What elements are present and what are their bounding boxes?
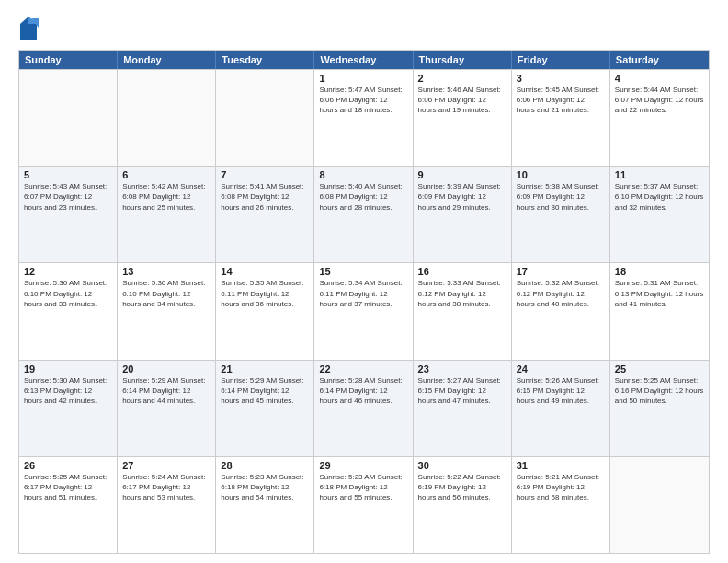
day-info: Sunrise: 5:29 AM Sunset: 6:14 PM Dayligh… bbox=[221, 375, 309, 407]
day-info: Sunrise: 5:38 AM Sunset: 6:09 PM Dayligh… bbox=[517, 181, 605, 213]
day-info: Sunrise: 5:25 AM Sunset: 6:17 PM Dayligh… bbox=[24, 472, 112, 503]
day-info: Sunrise: 5:25 AM Sunset: 6:16 PM Dayligh… bbox=[615, 375, 704, 407]
day-info: Sunrise: 5:22 AM Sunset: 6:19 PM Dayligh… bbox=[418, 472, 506, 503]
day-cell-26: 26Sunrise: 5:25 AM Sunset: 6:17 PM Dayli… bbox=[19, 457, 118, 553]
day-info: Sunrise: 5:28 AM Sunset: 6:14 PM Dayligh… bbox=[319, 375, 407, 407]
day-number: 11 bbox=[615, 169, 704, 180]
day-info: Sunrise: 5:32 AM Sunset: 6:12 PM Dayligh… bbox=[517, 278, 605, 309]
day-info: Sunrise: 5:36 AM Sunset: 6:10 PM Dayligh… bbox=[122, 278, 210, 309]
day-info: Sunrise: 5:33 AM Sunset: 6:12 PM Dayligh… bbox=[418, 278, 506, 309]
day-cell-12: 12Sunrise: 5:36 AM Sunset: 6:10 PM Dayli… bbox=[19, 263, 118, 359]
day-cell-2: 2Sunrise: 5:46 AM Sunset: 6:06 PM Daylig… bbox=[414, 70, 512, 166]
day-number: 27 bbox=[122, 460, 210, 471]
day-number: 31 bbox=[517, 460, 605, 471]
calendar: SundayMondayTuesdayWednesdayThursdayFrid… bbox=[18, 50, 710, 554]
cal-row: 12Sunrise: 5:36 AM Sunset: 6:10 PM Dayli… bbox=[19, 262, 709, 359]
day-cell-23: 23Sunrise: 5:27 AM Sunset: 6:15 PM Dayli… bbox=[414, 361, 512, 456]
day-number: 6 bbox=[122, 169, 210, 180]
day-info: Sunrise: 5:26 AM Sunset: 6:15 PM Dayligh… bbox=[517, 375, 605, 407]
day-cell-31: 31Sunrise: 5:21 AM Sunset: 6:19 PM Dayli… bbox=[512, 457, 610, 553]
header-cell-tuesday: Tuesday bbox=[216, 51, 314, 69]
day-cell-30: 30Sunrise: 5:22 AM Sunset: 6:19 PM Dayli… bbox=[414, 457, 512, 553]
day-cell-21: 21Sunrise: 5:29 AM Sunset: 6:14 PM Dayli… bbox=[216, 361, 314, 456]
day-info: Sunrise: 5:46 AM Sunset: 6:06 PM Dayligh… bbox=[418, 85, 506, 116]
page: SundayMondayTuesdayWednesdayThursdayFrid… bbox=[0, 0, 728, 563]
day-info: Sunrise: 5:44 AM Sunset: 6:07 PM Dayligh… bbox=[615, 85, 704, 116]
cal-row: 19Sunrise: 5:30 AM Sunset: 6:13 PM Dayli… bbox=[19, 360, 709, 456]
header-cell-wednesday: Wednesday bbox=[314, 51, 413, 69]
day-number: 24 bbox=[517, 363, 605, 374]
header-cell-monday: Monday bbox=[118, 51, 216, 69]
day-cell-19: 19Sunrise: 5:30 AM Sunset: 6:13 PM Dayli… bbox=[19, 361, 118, 456]
day-info: Sunrise: 5:23 AM Sunset: 6:18 PM Dayligh… bbox=[221, 472, 309, 503]
day-number: 10 bbox=[517, 169, 605, 180]
cal-row: 5Sunrise: 5:43 AM Sunset: 6:07 PM Daylig… bbox=[19, 166, 709, 262]
day-cell-9: 9Sunrise: 5:39 AM Sunset: 6:09 PM Daylig… bbox=[414, 167, 512, 262]
day-cell-5: 5Sunrise: 5:43 AM Sunset: 6:07 PM Daylig… bbox=[19, 167, 118, 262]
header-cell-thursday: Thursday bbox=[414, 51, 512, 69]
day-cell-8: 8Sunrise: 5:40 AM Sunset: 6:08 PM Daylig… bbox=[314, 167, 413, 262]
day-info: Sunrise: 5:35 AM Sunset: 6:11 PM Dayligh… bbox=[221, 278, 309, 309]
day-cell-29: 29Sunrise: 5:23 AM Sunset: 6:18 PM Dayli… bbox=[314, 457, 413, 553]
day-number: 25 bbox=[615, 363, 704, 374]
day-info: Sunrise: 5:47 AM Sunset: 6:06 PM Dayligh… bbox=[319, 85, 407, 116]
empty-cell bbox=[216, 70, 314, 166]
day-info: Sunrise: 5:39 AM Sunset: 6:09 PM Dayligh… bbox=[418, 181, 506, 213]
day-cell-27: 27Sunrise: 5:24 AM Sunset: 6:17 PM Dayli… bbox=[118, 457, 216, 553]
day-number: 13 bbox=[122, 266, 210, 277]
empty-cell bbox=[118, 70, 216, 166]
day-number: 17 bbox=[517, 266, 605, 277]
day-info: Sunrise: 5:27 AM Sunset: 6:15 PM Dayligh… bbox=[418, 375, 506, 407]
header-cell-friday: Friday bbox=[512, 51, 610, 69]
day-cell-6: 6Sunrise: 5:42 AM Sunset: 6:08 PM Daylig… bbox=[118, 167, 216, 262]
day-number: 26 bbox=[24, 460, 112, 471]
day-cell-3: 3Sunrise: 5:45 AM Sunset: 6:06 PM Daylig… bbox=[512, 70, 610, 166]
day-cell-11: 11Sunrise: 5:37 AM Sunset: 6:10 PM Dayli… bbox=[610, 167, 709, 262]
cal-row: 1Sunrise: 5:47 AM Sunset: 6:06 PM Daylig… bbox=[19, 69, 709, 166]
day-info: Sunrise: 5:41 AM Sunset: 6:08 PM Dayligh… bbox=[221, 181, 309, 213]
day-cell-18: 18Sunrise: 5:31 AM Sunset: 6:13 PM Dayli… bbox=[610, 263, 709, 359]
day-cell-22: 22Sunrise: 5:28 AM Sunset: 6:14 PM Dayli… bbox=[314, 361, 413, 456]
day-number: 18 bbox=[615, 266, 704, 277]
day-info: Sunrise: 5:36 AM Sunset: 6:10 PM Dayligh… bbox=[24, 278, 112, 309]
day-number: 5 bbox=[24, 169, 112, 180]
day-number: 16 bbox=[418, 266, 506, 277]
day-info: Sunrise: 5:23 AM Sunset: 6:18 PM Dayligh… bbox=[319, 472, 407, 503]
empty-cell bbox=[19, 70, 118, 166]
header-cell-saturday: Saturday bbox=[610, 51, 709, 69]
day-number: 8 bbox=[319, 169, 407, 180]
day-number: 12 bbox=[24, 266, 112, 277]
day-number: 23 bbox=[418, 363, 506, 374]
day-info: Sunrise: 5:29 AM Sunset: 6:14 PM Dayligh… bbox=[122, 375, 210, 407]
day-number: 28 bbox=[221, 460, 309, 471]
day-info: Sunrise: 5:30 AM Sunset: 6:13 PM Dayligh… bbox=[24, 375, 112, 407]
logo bbox=[18, 15, 42, 42]
day-info: Sunrise: 5:34 AM Sunset: 6:11 PM Dayligh… bbox=[319, 278, 407, 309]
header-cell-sunday: Sunday bbox=[19, 51, 118, 69]
day-info: Sunrise: 5:37 AM Sunset: 6:10 PM Dayligh… bbox=[615, 181, 704, 213]
day-cell-1: 1Sunrise: 5:47 AM Sunset: 6:06 PM Daylig… bbox=[314, 70, 413, 166]
day-cell-16: 16Sunrise: 5:33 AM Sunset: 6:12 PM Dayli… bbox=[414, 263, 512, 359]
day-cell-24: 24Sunrise: 5:26 AM Sunset: 6:15 PM Dayli… bbox=[512, 361, 610, 456]
day-cell-25: 25Sunrise: 5:25 AM Sunset: 6:16 PM Dayli… bbox=[610, 361, 709, 456]
day-info: Sunrise: 5:40 AM Sunset: 6:08 PM Dayligh… bbox=[319, 181, 407, 213]
day-number: 3 bbox=[517, 73, 605, 84]
day-cell-4: 4Sunrise: 5:44 AM Sunset: 6:07 PM Daylig… bbox=[610, 70, 709, 166]
cal-row: 26Sunrise: 5:25 AM Sunset: 6:17 PM Dayli… bbox=[19, 456, 709, 553]
day-number: 7 bbox=[221, 169, 309, 180]
day-cell-17: 17Sunrise: 5:32 AM Sunset: 6:12 PM Dayli… bbox=[512, 263, 610, 359]
day-number: 30 bbox=[418, 460, 506, 471]
day-number: 4 bbox=[615, 73, 704, 84]
day-number: 22 bbox=[319, 363, 407, 374]
day-info: Sunrise: 5:24 AM Sunset: 6:17 PM Dayligh… bbox=[122, 472, 210, 503]
day-info: Sunrise: 5:45 AM Sunset: 6:06 PM Dayligh… bbox=[517, 85, 605, 116]
day-number: 14 bbox=[221, 266, 309, 277]
day-info: Sunrise: 5:21 AM Sunset: 6:19 PM Dayligh… bbox=[517, 472, 605, 503]
calendar-body: 1Sunrise: 5:47 AM Sunset: 6:06 PM Daylig… bbox=[19, 69, 709, 553]
day-cell-28: 28Sunrise: 5:23 AM Sunset: 6:18 PM Dayli… bbox=[216, 457, 314, 553]
day-number: 1 bbox=[319, 73, 407, 84]
logo-icon bbox=[18, 15, 39, 42]
day-number: 29 bbox=[319, 460, 407, 471]
day-number: 2 bbox=[418, 73, 506, 84]
day-cell-13: 13Sunrise: 5:36 AM Sunset: 6:10 PM Dayli… bbox=[118, 263, 216, 359]
